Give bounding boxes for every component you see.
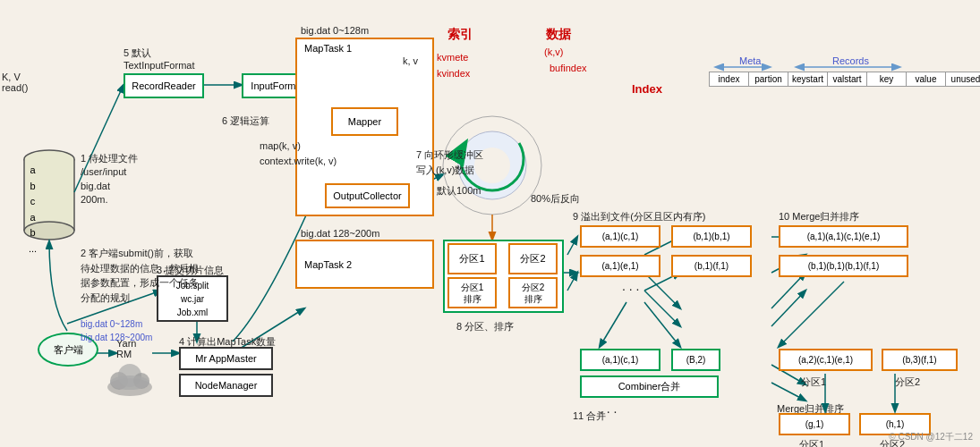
spill-label: 9 溢出到文件(分区且区内有序) [573,210,706,224]
svg-point-35 [110,375,149,390]
partition2-sort-box: 分区2排序 [508,277,558,308]
combiner-B2-box: (B,2) [671,349,720,371]
write-buffer-label: 7 向环形缓冲区写入(k,v)数据 [416,148,483,177]
combiner-a1c1-box: (a,1)(c,1) [580,349,660,371]
meta-keystart-cell: keystart [788,72,828,86]
big-dat-2-label: big.dat 128~200m [301,228,379,239]
kvmete-label: kvmete [437,52,468,63]
spill-b1f1-box: (b,1)(f,1) [671,255,752,277]
default-format-label: 5 默认TextInputFormat [124,46,194,71]
meta-index-cell: index [710,72,749,86]
svg-line-38 [600,302,626,347]
svg-line-39 [644,302,680,347]
kv-label: k, v [403,55,418,66]
kv-read-label: K, Vread() [2,72,28,93]
diagram: a b c a b ... 1 待处理文件/user/inputbig.dat2… [0,0,980,447]
file-refs-label: big.dat 0~128mbig.dat 128~200m [81,317,152,344]
bufindex-label: bufindex [550,63,587,73]
spill-a1e1-box: (a,1)(e,1) [580,255,660,277]
footer: © CSDN @12千二12 [889,431,973,443]
meta-value-cell: value [907,72,946,86]
svg-line-20 [771,273,805,308]
logic-op-label: 6 逻辑运算 [222,114,269,128]
record-reader-box: RecordReader [124,73,204,98]
default-100m-label: 默认100m [437,184,481,198]
mapper-box: Mapper [331,107,398,136]
sort-label: 8 分区、排序 [456,320,514,333]
merge1-box: (a,1)(a,1)(c,1)(e,1) [779,225,908,248]
records-label: Records [832,55,869,66]
svg-line-42 [779,282,844,347]
partition1-box: 分区1 [447,243,497,274]
index-title: 索引 [447,27,473,43]
svg-line-37 [567,273,577,291]
index-ring-label: Index [632,82,662,96]
merge2-box: (b,1)(b,1)(b,1)(f,1) [779,255,908,277]
map-context-label: map(k, v)context.write(k, v) [260,139,337,168]
input-file-label: 1 待处理文件/user/inputbig.dat200m. [81,152,188,207]
data-title: 数据 [546,27,571,43]
combiner-label-box: Combiner合并 [580,375,719,398]
app-master-box: Mr AppMaster [179,347,273,370]
meta-table: index partion keystart valstart key valu… [709,72,980,87]
combiner-p2-label: 分区2 [895,375,920,389]
combiner-merge2-box: (b,3)(f,1) [882,349,958,371]
submit-info-label: 2 客户端submit()前，获取待处理数据的信息，然后根据参数配置，形成一个任… [81,246,210,305]
meta-partion-cell: partion [749,72,788,86]
node-manager-box: NodeManager [179,374,273,397]
svg-line-21 [771,291,805,326]
svg-line-36 [567,237,577,255]
spill-b1b1-box: (b,1)(b,1) [671,225,752,248]
dots1-label: · · · [622,282,639,296]
big-dat-1-label: big.dat 0~128m [301,25,369,36]
meta-valstart-cell: valstart [828,72,867,86]
final-g1-box: (g,1) [779,413,850,435]
percent-80-label: 80%后反向 [531,192,580,206]
svg-line-17 [644,291,680,326]
meta-key-cell: key [867,72,907,86]
partition2-box: 分区2 [508,243,558,274]
final-p1-label: 分区1 [799,438,824,447]
combiner-merge1-box: (a,2)(c,1)(e,1) [779,349,873,371]
input-file-content: a b c a b ... [29,163,37,257]
combiner-p1-label: 分区1 [801,375,826,389]
kv-data-label: (k,v) [544,46,563,57]
kvindex-label: kvindex [437,68,470,79]
spill-a1c1-box: (a,1)(c,1) [580,225,660,248]
dots2-label: · · · [600,404,617,418]
cloud-icon [106,356,155,396]
maptask2-box: MapTask 2 [295,240,434,289]
meta-unused-cell: unused [946,72,980,86]
output-collector-box: OutputCollector [325,183,410,208]
svg-line-16 [644,273,680,308]
partition1-sort-box: 分区1排序 [447,277,497,308]
meta-label: Meta [739,55,761,66]
merge-label: 10 Merge归并排序 [779,210,859,224]
